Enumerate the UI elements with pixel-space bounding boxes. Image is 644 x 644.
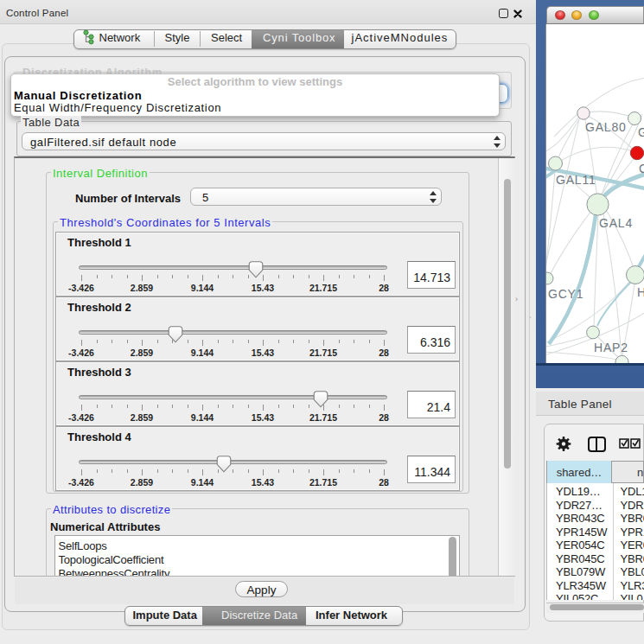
svg-text:CL: CL: [639, 162, 644, 175]
svg-text:GCY1: GCY1: [548, 287, 583, 301]
svg-text:GAL11: GAL11: [556, 173, 596, 187]
svg-text:H: H: [637, 285, 644, 299]
svg-text:GAL80: GAL80: [585, 120, 627, 134]
svg-text:HAP2: HAP2: [594, 341, 628, 354]
svg-text:GA: GA: [638, 125, 644, 139]
svg-text:GAL4: GAL4: [599, 216, 633, 230]
